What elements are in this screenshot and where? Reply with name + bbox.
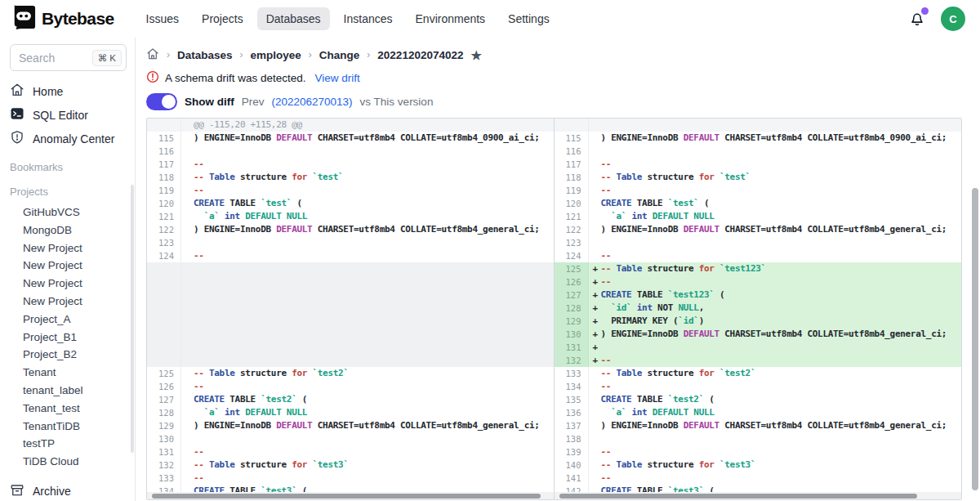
diff-row: 125+-- Table structure for `test123` bbox=[555, 262, 962, 275]
diff-row: 136 `a` int DEFAULT NULL bbox=[555, 406, 962, 419]
breadcrumb-home-icon[interactable] bbox=[146, 47, 159, 63]
diff-filler-block bbox=[147, 262, 554, 367]
brand-name: Bytebase bbox=[42, 9, 114, 29]
diff-right-hscrollbar[interactable] bbox=[559, 494, 918, 499]
diff-hunk-header: @@ -115,20 +115,28 @@ bbox=[147, 119, 554, 132]
breadcrumb-item[interactable]: 20221202074022 bbox=[377, 49, 463, 61]
brand[interactable]: Bytebase bbox=[11, 5, 114, 33]
sidebar-project-item[interactable]: New Project bbox=[0, 293, 135, 311]
prev-version-link[interactable]: (202206270013) bbox=[272, 96, 353, 108]
sidebar-project-item[interactable]: Tenant bbox=[0, 364, 135, 382]
sidebar-project-item[interactable]: Project_B1 bbox=[0, 329, 135, 347]
diff-row: 121 `a` int DEFAULT NULL bbox=[147, 210, 554, 223]
diff-row: 130+) ENGINE=InnoDB DEFAULT CHARSET=utf8… bbox=[555, 328, 962, 341]
diff-row: 116 bbox=[147, 145, 554, 158]
diff-row: 122) ENGINE=InnoDB DEFAULT CHARSET=utf8m… bbox=[147, 223, 554, 236]
sidebar-item-label: Anomaly Center bbox=[33, 132, 114, 145]
diff-row: 135CREATE TABLE `test2` ( bbox=[555, 393, 962, 406]
breadcrumb-item[interactable]: employee bbox=[251, 49, 301, 61]
diff-row: 131+ bbox=[555, 341, 962, 354]
notifications-button[interactable] bbox=[908, 10, 926, 28]
sidebar-project-item[interactable]: Project_B2 bbox=[0, 346, 135, 364]
diff-row: 129) ENGINE=InnoDB DEFAULT CHARSET=utf8m… bbox=[147, 419, 554, 432]
sidebar-project-item[interactable]: MongoDB bbox=[0, 221, 135, 239]
diff-row: 124-- bbox=[555, 249, 962, 262]
diff-row: 127+CREATE TABLE `test123` ( bbox=[555, 289, 962, 302]
diff-row: 116 bbox=[555, 145, 962, 158]
sidebar-project-item[interactable]: TiDB Cloud bbox=[0, 453, 135, 471]
sidebar-project-item[interactable]: testTP bbox=[0, 435, 135, 453]
breadcrumb: ›Databases›employee›Change›2022120207402… bbox=[146, 46, 962, 64]
sidebar-item-anomaly-center[interactable]: Anomaly Center bbox=[0, 127, 135, 150]
sidebar-project-item[interactable]: New Project bbox=[0, 257, 135, 275]
projects-list: GitHubVCSMongoDBNew ProjectNew ProjectNe… bbox=[0, 204, 135, 471]
show-diff-toggle[interactable] bbox=[146, 93, 177, 110]
search-placeholder: Search bbox=[19, 51, 55, 65]
diff-row: 141-- bbox=[555, 472, 962, 485]
alert-icon bbox=[146, 70, 159, 86]
nav-item-settings[interactable]: Settings bbox=[499, 7, 559, 30]
diff-row: 118-- Table structure for `test` bbox=[555, 171, 962, 184]
sidebar-item-label: Home bbox=[33, 85, 63, 98]
nav-item-environments[interactable]: Environments bbox=[407, 7, 495, 30]
schema-drift-alert: A schema drift was detected. View drift bbox=[146, 70, 962, 85]
breadcrumb-item[interactable]: Databases bbox=[177, 49, 233, 61]
diff-row: 139-- bbox=[555, 445, 962, 459]
nav-item-instances[interactable]: Instances bbox=[335, 7, 402, 30]
diff-row: 121 `a` int DEFAULT NULL bbox=[555, 210, 962, 223]
diff-right-rows: 115) ENGINE=InnoDB DEFAULT CHARSET=utf8m… bbox=[555, 132, 962, 498]
sidebar-item-sql-editor[interactable]: SQL Editor bbox=[0, 103, 135, 127]
sidebar-project-item[interactable]: TenantTiDB bbox=[0, 418, 135, 436]
diff-row: 120CREATE TABLE `test` ( bbox=[555, 197, 962, 210]
diff-row: 115) ENGINE=InnoDB DEFAULT CHARSET=utf8m… bbox=[555, 132, 962, 145]
breadcrumb-separator: › bbox=[367, 49, 370, 60]
search-shortcut-kbd: ⌘ K bbox=[92, 50, 122, 66]
sidebar-project-item[interactable]: Tenant_test bbox=[0, 400, 135, 418]
diff-right-hscrollbar-track bbox=[555, 492, 962, 499]
diff-left-rows: 115) ENGINE=InnoDB DEFAULT CHARSET=utf8m… bbox=[147, 132, 554, 498]
diff-row: 120CREATE TABLE `test` ( bbox=[147, 197, 554, 210]
diff-row: 130 bbox=[147, 432, 554, 445]
sidebar-item-home[interactable]: Home bbox=[0, 79, 135, 103]
prev-label: Prev bbox=[242, 96, 265, 108]
breadcrumb-separator: › bbox=[309, 49, 312, 60]
diff-row: 134-- bbox=[555, 380, 962, 393]
diff-hunk-header-spacer bbox=[555, 119, 962, 132]
diff-row: 137) ENGINE=InnoDB DEFAULT CHARSET=utf8m… bbox=[555, 419, 962, 432]
main-content: ›Databases›employee›Change›2022120207402… bbox=[136, 38, 980, 501]
diff-toolbar: Show diff Prev (202206270013) vs This ve… bbox=[146, 93, 962, 110]
sidebar-project-item[interactable]: Project_A bbox=[0, 311, 135, 329]
nav-item-databases[interactable]: Databases bbox=[257, 7, 330, 30]
diff-row: 132-- Table structure for `test3` bbox=[147, 459, 554, 472]
breadcrumb-separator: › bbox=[240, 49, 243, 60]
alert-message: A schema drift was detected. bbox=[165, 72, 306, 84]
sidebar-scrollbar[interactable] bbox=[131, 185, 134, 453]
sidebar-item-label: SQL Editor bbox=[33, 109, 88, 122]
diff-row: 133-- Table structure for `test2` bbox=[555, 367, 962, 380]
sidebar-project-item[interactable]: tenant_label bbox=[0, 382, 135, 400]
diff-row: 133-- bbox=[147, 472, 554, 485]
avatar[interactable]: C bbox=[941, 7, 965, 31]
page-scrollbar[interactable] bbox=[972, 188, 978, 490]
breadcrumb-separator: › bbox=[167, 49, 170, 60]
notification-dot bbox=[921, 7, 929, 15]
show-diff-label: Show diff bbox=[185, 96, 234, 108]
diff-left-hscrollbar[interactable] bbox=[152, 494, 541, 499]
diff-row: 119-- bbox=[147, 184, 554, 197]
navbar: Bytebase IssuesProjectsDatabasesInstance… bbox=[0, 0, 980, 38]
sidebar-item-archive[interactable]: Archive bbox=[0, 480, 135, 501]
nav-item-projects[interactable]: Projects bbox=[193, 7, 252, 30]
nav-item-issues[interactable]: Issues bbox=[137, 7, 188, 30]
diff-row: 124-- bbox=[147, 249, 554, 262]
star-icon[interactable]: ★ bbox=[470, 49, 481, 61]
sidebar-project-item[interactable]: New Project bbox=[0, 275, 135, 293]
diff-row: 132+-- bbox=[555, 354, 962, 367]
sidebar-nav: Home SQL Editor bbox=[0, 79, 135, 150]
view-drift-link[interactable]: View drift bbox=[315, 72, 360, 84]
breadcrumb-item[interactable]: Change bbox=[319, 49, 360, 61]
sidebar-project-item[interactable]: GitHubVCS bbox=[0, 204, 135, 221]
diff-row: 117-- bbox=[555, 158, 962, 171]
diff-row: 123 bbox=[147, 236, 554, 249]
sidebar-project-item[interactable]: New Project bbox=[0, 239, 135, 257]
search-input[interactable]: Search ⌘ K bbox=[10, 44, 127, 71]
